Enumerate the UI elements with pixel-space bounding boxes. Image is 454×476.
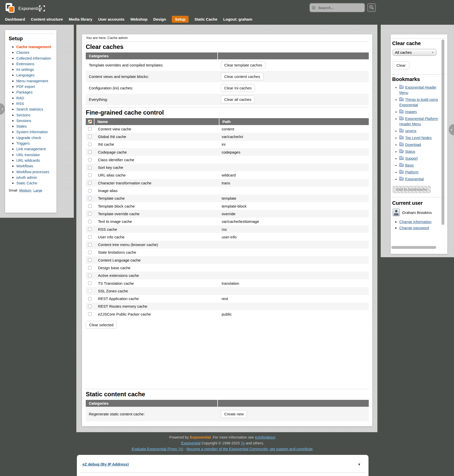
sidebar-item-link[interactable]: Menu management bbox=[16, 79, 48, 83]
community-link[interactable]: Become a member of the Exponential Commu… bbox=[187, 447, 313, 451]
nav-item[interactable]: Setup bbox=[172, 16, 189, 23]
sidebar-item-link[interactable]: Languages bbox=[16, 73, 35, 77]
cache-row-checkbox[interactable] bbox=[88, 158, 92, 161]
bookmark-link[interactable]: Exponential bbox=[405, 177, 424, 181]
size-large-link[interactable]: Large bbox=[33, 188, 42, 192]
cache-row-checkbox[interactable] bbox=[88, 266, 92, 269]
sidebar-item-link[interactable]: PDF export bbox=[16, 85, 35, 89]
cache-row: State limitations cache bbox=[86, 249, 369, 256]
debug-collapse-arrow-icon[interactable]: ▼ bbox=[358, 463, 361, 466]
clear-button[interactable]: Clear bbox=[393, 61, 409, 69]
sidebar-item-link[interactable]: Link management bbox=[16, 147, 46, 151]
sidebar-item-link[interactable]: Search statistics bbox=[16, 107, 43, 111]
cache-row-checkbox[interactable] bbox=[88, 227, 92, 231]
sidebar-item-link[interactable]: Cache management bbox=[16, 45, 51, 49]
exponential-link[interactable]: Exponential bbox=[181, 441, 201, 445]
cache-row-checkbox[interactable] bbox=[88, 150, 92, 154]
clear-cache-category-button[interactable]: Clear template caches bbox=[221, 61, 265, 69]
bookmark-link[interactable]: Status bbox=[405, 149, 415, 154]
bookmark-link[interactable]: Images bbox=[405, 110, 417, 114]
sidebar-item-link[interactable]: Sections bbox=[16, 113, 31, 117]
cache-row-checkbox[interactable] bbox=[88, 281, 92, 285]
change-information-link[interactable]: Change information bbox=[399, 220, 432, 224]
clear-cache-select[interactable]: All caches bbox=[393, 49, 436, 56]
bookmark-link[interactable]: Exponential Header Menu bbox=[399, 85, 436, 95]
fullscreen-icon[interactable] bbox=[39, 5, 45, 12]
nav-item[interactable]: Media library bbox=[69, 17, 92, 21]
sevenx-link[interactable]: 7x bbox=[241, 441, 245, 445]
vertical-scrollbar[interactable] bbox=[442, 39, 444, 225]
nav-item[interactable]: Webshop bbox=[130, 17, 147, 21]
bookmark-link[interactable]: Top Level Nodes bbox=[405, 136, 432, 140]
sidebar-item-link[interactable]: URL translator bbox=[16, 153, 40, 157]
clear-cache-category-button[interactable]: Clear content caches bbox=[221, 73, 263, 80]
sidebar-item-link[interactable]: Ini settings bbox=[16, 67, 34, 72]
sidebar-item-link[interactable]: Classes bbox=[16, 50, 30, 55]
cache-row-checkbox[interactable] bbox=[88, 274, 92, 277]
cache-row-checkbox[interactable] bbox=[88, 258, 92, 262]
evaluate-link[interactable]: Evaluate Exponential (From 7x) bbox=[132, 447, 183, 451]
nav-item[interactable]: Content structure bbox=[31, 17, 63, 21]
horizontal-scrollbar[interactable] bbox=[391, 246, 436, 249]
sidebar-item-link[interactable]: URL wildcards bbox=[16, 158, 40, 162]
ez-debug-link[interactable]: eZ debug (By IP Address) bbox=[82, 462, 129, 466]
sidebar-item-link[interactable]: Static Cache bbox=[16, 181, 37, 185]
search-input[interactable] bbox=[309, 3, 365, 12]
sidebar-item-link[interactable]: RAD bbox=[16, 96, 24, 100]
cache-row-checkbox[interactable] bbox=[88, 197, 92, 200]
nav-item[interactable]: Static Cache bbox=[194, 17, 217, 21]
bookmark-link[interactable]: Basic bbox=[405, 163, 414, 167]
cache-row-checkbox[interactable] bbox=[88, 189, 92, 193]
exponential-logo-icon[interactable] bbox=[6, 3, 16, 14]
sidebar-item-link[interactable]: System information bbox=[16, 130, 48, 134]
cache-row-checkbox[interactable] bbox=[88, 243, 92, 247]
nav-item[interactable]: Dashboard bbox=[5, 17, 25, 21]
bookmark-link[interactable]: Exponential Platform Header Menu bbox=[399, 117, 438, 126]
add-to-bookmarks-button[interactable]: Add to bookmarks bbox=[393, 186, 431, 193]
cache-row-checkbox[interactable] bbox=[88, 166, 92, 169]
sidebar-item: States bbox=[16, 124, 54, 129]
nav-item[interactable]: User accounts bbox=[98, 17, 124, 21]
bookmark-link[interactable]: Platform bbox=[405, 170, 418, 174]
bookmark-link[interactable]: Download bbox=[405, 143, 421, 147]
cache-row-checkbox[interactable] bbox=[88, 312, 92, 316]
sidebar-item-link[interactable]: Packages bbox=[16, 90, 33, 94]
clear-cache-category-button[interactable]: Clear all caches bbox=[221, 96, 255, 103]
sidebar-item-link[interactable]: Workflows bbox=[16, 164, 33, 168]
sidebar-item-link[interactable]: RSS bbox=[16, 102, 24, 106]
sidebar-item-link[interactable]: Upgrade check bbox=[16, 136, 41, 140]
cache-row-checkbox[interactable] bbox=[88, 173, 92, 177]
sidebar-item-link[interactable]: Sessions bbox=[16, 119, 31, 123]
cache-row-checkbox[interactable] bbox=[88, 212, 92, 215]
sidebar-item-link[interactable]: Extensions bbox=[16, 62, 34, 66]
cache-row-checkbox[interactable] bbox=[88, 135, 92, 138]
cache-row-checkbox[interactable] bbox=[88, 220, 92, 223]
cache-row-checkbox[interactable] bbox=[88, 297, 92, 301]
create-new-button[interactable]: Create new bbox=[221, 410, 247, 418]
cache-row-checkbox[interactable] bbox=[88, 143, 92, 146]
cache-row-checkbox[interactable] bbox=[88, 235, 92, 239]
search-button[interactable] bbox=[367, 3, 376, 12]
cache-row-checkbox[interactable] bbox=[88, 289, 92, 293]
cache-row-checkbox[interactable] bbox=[88, 181, 92, 185]
cache-row-checkbox[interactable] bbox=[88, 305, 92, 308]
bookmark-link[interactable]: Things to build using Exponential bbox=[399, 98, 438, 107]
clear-selected-button[interactable]: Clear selected bbox=[86, 321, 117, 329]
size-medium-link[interactable]: Medium bbox=[19, 188, 32, 192]
invert-selection-icon[interactable] bbox=[88, 120, 92, 124]
nav-item[interactable]: Design bbox=[153, 17, 166, 21]
sidebar-item-link[interactable]: States bbox=[16, 124, 27, 128]
sidebar-item-link[interactable]: Workflow processes bbox=[16, 170, 49, 174]
sidebar-item-link[interactable]: Collected information bbox=[16, 56, 51, 60]
bookmark-link[interactable]: sevenx bbox=[405, 129, 416, 133]
cache-row-checkbox[interactable] bbox=[88, 204, 92, 208]
change-password-link[interactable]: Change password bbox=[399, 226, 429, 230]
cache-row-checkbox[interactable] bbox=[88, 251, 92, 254]
sidebar-item-link[interactable]: oAuth admin bbox=[16, 175, 37, 180]
ezinfo-about-link[interactable]: ezinfo/about bbox=[255, 435, 275, 439]
nav-item[interactable]: Logout: graham bbox=[223, 17, 252, 21]
sidebar-item-link[interactable]: Triggers bbox=[16, 141, 30, 145]
clear-cache-category-button[interactable]: Clear Ini caches bbox=[221, 84, 255, 92]
cache-row-checkbox[interactable] bbox=[88, 127, 92, 131]
bookmark-link[interactable]: Support bbox=[405, 156, 418, 160]
